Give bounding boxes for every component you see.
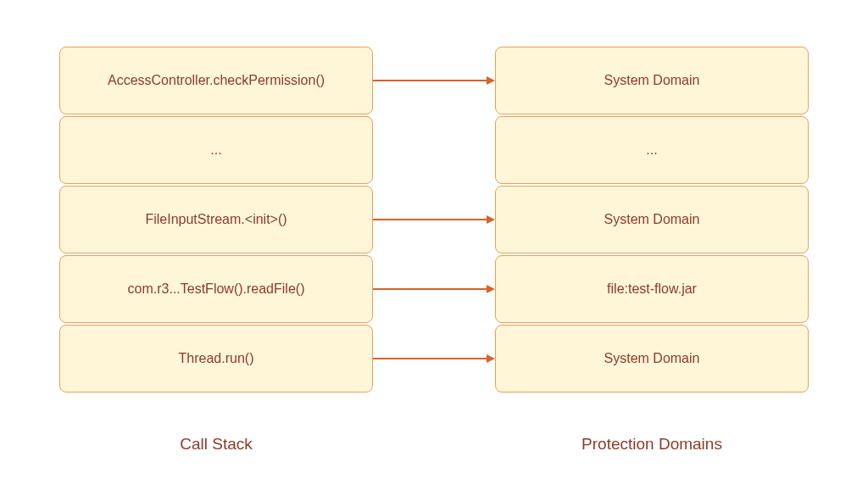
stack-frame: AccessController.checkPermission() [59, 47, 373, 114]
arrow-line [373, 80, 487, 81]
domain-box: System Domain [495, 186, 809, 253]
protection-domains-label: Protection Domains [495, 435, 809, 454]
domain-box: System Domain [495, 47, 809, 114]
domain-box: ... [495, 116, 809, 184]
call-stack-column: AccessController.checkPermission() ... F… [59, 47, 373, 454]
arrow-line [373, 288, 487, 290]
arrow-head-icon [487, 354, 495, 363]
arrow-line [373, 358, 487, 359]
arrow-head-icon [487, 285, 495, 293]
domain-box: file:test-flow.jar [495, 255, 809, 323]
stack-frame: FileInputStream.<init>() [59, 186, 373, 253]
arrow-head-icon [487, 215, 495, 224]
protection-domains-column: System Domain ... System Domain file:tes… [495, 47, 809, 454]
stack-frame: ... [59, 116, 373, 184]
stack-frame: com.r3...TestFlow().readFile() [59, 255, 373, 323]
mapping-arrow [373, 288, 495, 290]
mapping-arrow [373, 358, 495, 359]
arrow-line [373, 219, 487, 220]
stack-frame: Thread.run() [59, 325, 373, 393]
mapping-arrow [373, 219, 495, 220]
call-stack-label: Call Stack [59, 435, 373, 454]
arrow-head-icon [487, 76, 495, 85]
domain-box: System Domain [495, 325, 809, 393]
arrows-layer [373, 47, 495, 394]
mapping-arrow [373, 80, 495, 81]
